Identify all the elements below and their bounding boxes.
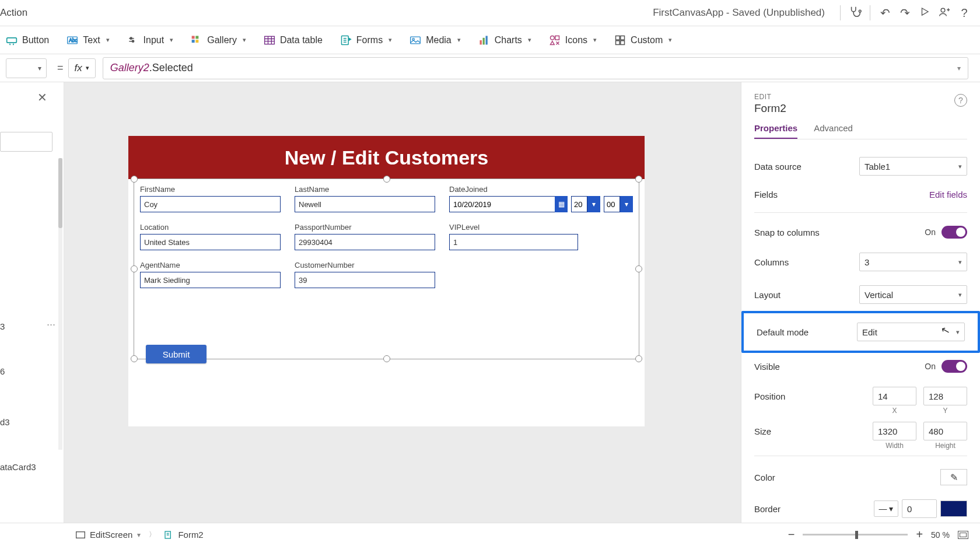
field-card-passport[interactable]: PassportNumber <box>295 223 435 250</box>
play-preview-icon[interactable] <box>915 6 935 20</box>
tree-item[interactable]: 6 <box>0 360 64 382</box>
field-card-custnum[interactable]: CustomerNumber <box>295 261 435 288</box>
svg-rect-11 <box>265 36 275 44</box>
field-label: VIPLevel <box>449 223 633 232</box>
firstname-input[interactable] <box>140 196 281 212</box>
passport-input[interactable] <box>295 234 435 250</box>
tab-properties[interactable]: Properties <box>754 123 797 139</box>
resize-handle[interactable] <box>131 355 138 362</box>
minute-dropdown-icon[interactable]: ▾ <box>620 196 633 212</box>
field-card-firstname[interactable]: FirstName <box>140 185 281 212</box>
help-icon[interactable]: ? <box>954 6 974 20</box>
panel-section-label: EDIT <box>754 93 967 101</box>
submit-button[interactable]: Submit <box>146 345 206 363</box>
insert-text[interactable]: Abc Text▾ <box>66 34 109 46</box>
tab-advanced[interactable]: Advanced <box>814 123 853 139</box>
date-input[interactable] <box>449 196 555 212</box>
resize-handle[interactable] <box>635 176 642 183</box>
fx-button[interactable]: fx▾ <box>68 58 96 78</box>
design-canvas[interactable]: New / Edit Customers FirstName LastName <box>64 82 741 523</box>
svg-point-5 <box>130 37 132 39</box>
agent-input[interactable] <box>140 272 281 288</box>
close-panel-icon[interactable]: ✕ <box>37 90 47 104</box>
resize-handle[interactable] <box>635 265 642 272</box>
app-save-status: FirstCanvasApp - Saved (Unpublished) <box>653 7 825 19</box>
formula-expand-icon[interactable]: ▾ <box>957 64 961 72</box>
redo-icon[interactable]: ↷ <box>895 6 915 20</box>
undo-icon[interactable]: ↶ <box>875 6 895 20</box>
formula-bar[interactable]: Gallery2.Selected ▾ <box>103 57 968 79</box>
tree-search-box[interactable] <box>0 132 52 152</box>
position-x-input[interactable]: 14 <box>873 387 916 405</box>
custnum-input[interactable] <box>295 272 435 288</box>
field-card-location[interactable]: Location <box>140 223 281 250</box>
insert-icons[interactable]: Icons▾ <box>549 34 597 46</box>
hour-input[interactable] <box>571 196 587 212</box>
border-style-dropdown[interactable]: — ▾ <box>874 501 898 517</box>
field-card-agent[interactable]: AgentName <box>140 261 281 288</box>
hour-dropdown-icon[interactable]: ▾ <box>587 196 600 212</box>
tree-item[interactable]: ataCard3 <box>0 456 64 478</box>
svg-rect-10 <box>196 40 199 43</box>
layout-dropdown[interactable]: Vertical▾ <box>859 285 967 304</box>
insert-datatable[interactable]: Data table <box>264 34 323 46</box>
insert-charts[interactable]: Charts▾ <box>478 34 531 46</box>
size-height-input[interactable]: 480 <box>923 422 967 440</box>
zoom-out-icon[interactable]: − <box>788 528 795 541</box>
svg-rect-9 <box>192 40 195 43</box>
resize-handle[interactable] <box>131 176 138 183</box>
property-selector[interactable]: ▾ <box>6 58 47 78</box>
insert-button[interactable]: Button <box>6 34 49 46</box>
viplevel-input[interactable] <box>449 234 578 250</box>
zoom-slider[interactable] <box>803 534 908 536</box>
breadcrumb-screen-label: EditScreen <box>90 530 132 540</box>
svg-rect-8 <box>196 36 199 38</box>
resize-handle[interactable] <box>383 355 390 362</box>
insert-media[interactable]: Media▾ <box>410 34 461 46</box>
edit-fields-link[interactable]: Edit fields <box>929 190 967 200</box>
prop-label-border: Border <box>754 504 780 514</box>
border-width-input[interactable]: 0 <box>902 499 937 518</box>
columns-dropdown[interactable]: 3▾ <box>859 253 967 271</box>
fit-to-screen-icon[interactable] <box>958 531 968 539</box>
resize-handle[interactable] <box>635 355 642 362</box>
snap-toggle[interactable] <box>942 226 967 239</box>
insert-input[interactable]: Input▾ <box>127 34 174 46</box>
field-label: Location <box>140 223 281 232</box>
minute-input[interactable] <box>604 196 620 212</box>
insert-datatable-label: Data table <box>280 35 323 46</box>
prop-label-visible: Visible <box>754 362 780 372</box>
size-width-input[interactable]: 1320 <box>873 422 916 440</box>
field-card-datejoined[interactable]: DateJoined ▦ ▾ ▾ <box>449 185 633 212</box>
insert-forms[interactable]: Forms▾ <box>340 34 392 46</box>
tree-item[interactable]: 3⋯ <box>0 316 64 337</box>
lastname-input[interactable] <box>295 196 435 212</box>
app-checker-icon[interactable] <box>845 5 865 21</box>
insert-custom[interactable]: Custom▾ <box>614 34 672 46</box>
datasource-dropdown[interactable]: Table1▾ <box>859 157 967 176</box>
height-sublabel: Height <box>923 442 967 450</box>
screen-header: New / Edit Customers <box>128 136 645 179</box>
panel-help-icon[interactable]: ? <box>954 94 967 107</box>
color-picker[interactable]: ✎ <box>940 469 967 485</box>
resize-handle[interactable] <box>383 176 390 183</box>
equals-sign: = <box>57 62 64 74</box>
ribbon-tab-action[interactable]: Action <box>0 7 27 19</box>
resize-handle[interactable] <box>131 265 138 272</box>
x-sublabel: X <box>873 407 916 415</box>
breadcrumb-form[interactable]: Form2 <box>164 530 203 540</box>
field-label: PassportNumber <box>295 223 435 232</box>
calendar-icon[interactable]: ▦ <box>555 196 568 212</box>
border-color-swatch[interactable] <box>940 501 967 517</box>
share-icon[interactable] <box>935 6 954 20</box>
field-label: CustomerNumber <box>295 261 435 270</box>
zoom-in-icon[interactable]: + <box>916 528 923 541</box>
tree-item[interactable]: d3 <box>0 411 64 433</box>
insert-gallery[interactable]: Gallery▾ <box>191 34 246 46</box>
position-y-input[interactable]: 128 <box>923 387 967 405</box>
field-card-viplevel[interactable]: VIPLevel <box>449 223 633 250</box>
visible-toggle[interactable] <box>942 360 967 373</box>
breadcrumb-screen[interactable]: EditScreen ▾ <box>76 530 141 540</box>
field-card-lastname[interactable]: LastName <box>295 185 435 212</box>
location-input[interactable] <box>140 234 281 250</box>
